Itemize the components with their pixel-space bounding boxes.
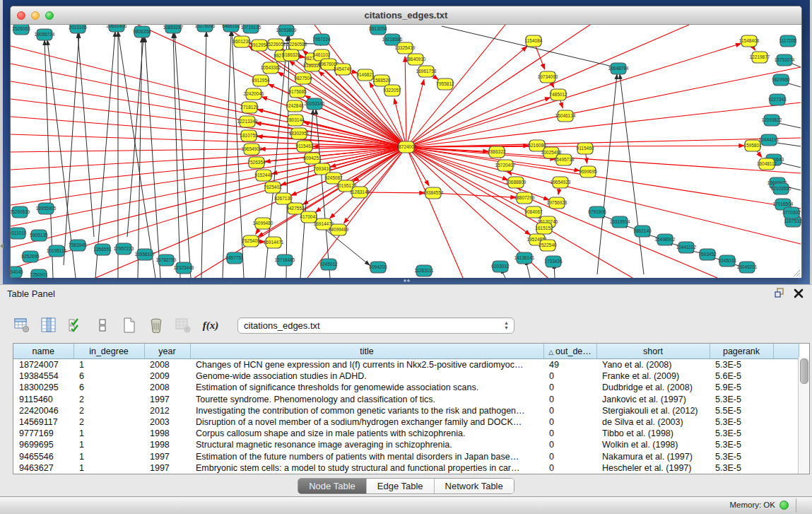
citation-edge-black[interactable]	[597, 74, 617, 274]
citation-edge-red[interactable]	[433, 193, 516, 197]
table-cell[interactable]: 1997	[144, 451, 190, 462]
graph-node-yellow[interactable]: 9146821	[356, 69, 375, 81]
graph-node-yellow[interactable]: 1615152	[535, 223, 553, 234]
network-window[interactable]: citations_edges.txt 25260631905572420131…	[10, 6, 802, 277]
table-cell[interactable]: 1998	[144, 439, 190, 450]
table-cell[interactable]: 1997	[144, 394, 190, 405]
table-cell[interactable]: 9465546	[13, 451, 73, 462]
graph-node-yellow[interactable]: 18724007	[396, 141, 417, 153]
graph-node-yellow[interactable]: 9827504	[294, 73, 312, 84]
graph-node-yellow[interactable]: 19654923	[551, 177, 571, 188]
table-cell[interactable]: 9699695	[13, 439, 73, 450]
graph-node-yellow[interactable]: 19654903	[242, 144, 262, 155]
show-columns-button[interactable]	[40, 316, 58, 334]
table-cell[interactable]: 5.3E-5	[710, 394, 773, 405]
graph-node-teal[interactable]: 6791906	[588, 206, 606, 218]
table-cell[interactable]: Tibbo et al. (1998)	[596, 428, 710, 439]
citation-edge-red[interactable]	[11, 147, 406, 205]
citation-edge-red[interactable]	[406, 147, 801, 244]
column-header-out_de[interactable]: △out_de…	[543, 344, 596, 359]
table-cell[interactable]: Tourette syndrome. Phenomenology and cla…	[190, 394, 543, 405]
window-resize-grip[interactable]	[792, 268, 801, 277]
graph-node-yellow[interactable]: 7886322	[488, 146, 506, 158]
citation-edge-black[interactable]	[78, 33, 94, 237]
table-cell[interactable]: 18300295	[13, 382, 73, 393]
graph-node-teal[interactable]: 7957224	[312, 34, 331, 45]
graph-node-yellow[interactable]: 12219877	[750, 52, 770, 63]
graph-node-yellow[interactable]: 12213343	[237, 116, 258, 127]
graph-node-yellow[interactable]: 11283145	[350, 187, 370, 198]
table-cell[interactable]: 0	[543, 462, 596, 474]
graph-node-yellow[interactable]: 2522540	[539, 240, 557, 251]
graph-node-yellow[interactable]: 15226058	[266, 39, 286, 50]
table-cell[interactable]: 9463627	[13, 462, 73, 474]
graph-node-teal[interactable]: 2013105	[69, 25, 87, 33]
table-cell[interactable]: Estimation of significance thresholds fo…	[190, 382, 543, 393]
select-columns-button[interactable]	[66, 316, 85, 334]
table-cell[interactable]: Yano et al. (2008)	[596, 359, 710, 371]
graph-node-teal[interactable]: 25260639	[11, 206, 30, 218]
citation-edge-red[interactable]	[334, 71, 406, 147]
table-cell[interactable]: 2	[73, 405, 144, 416]
graph-node-teal[interactable]: 16319914	[610, 216, 630, 228]
citation-edge-red[interactable]	[406, 147, 801, 209]
table-row[interactable]: 946362711997Embryonic stem cells: a mode…	[13, 462, 799, 474]
graph-node-yellow[interactable]: 19734093	[538, 71, 558, 83]
graph-node-yellow[interactable]: 8186328	[282, 49, 300, 61]
graph-node-yellow[interactable]: 7485012	[549, 89, 567, 100]
graph-node-teal[interactable]: 15276096	[195, 25, 216, 32]
graph-node-teal[interactable]: 7250901	[30, 269, 48, 278]
citation-edge-red[interactable]	[406, 67, 801, 147]
node-table-grid[interactable]: namein_degreeyeartitle△out_de…shortpager…	[13, 344, 799, 474]
table-cell[interactable]: Nakamura et al. (1997)	[596, 451, 710, 462]
graph-node-teal[interactable]: 9862140	[633, 226, 652, 237]
citation-edge-red[interactable]	[11, 64, 406, 147]
graph-node-yellow[interactable]: 7625409	[242, 235, 260, 247]
graph-node-yellow[interactable]: 15720407	[495, 160, 516, 171]
graph-node-yellow[interactable]: 9322057	[383, 85, 401, 96]
graph-node-teal[interactable]: 6770301	[782, 207, 801, 218]
graph-node-teal[interactable]: 12103550	[771, 183, 792, 194]
table-cell[interactable]: 2008	[144, 359, 190, 371]
graph-node-teal[interactable]: 1117205	[779, 35, 797, 47]
graph-node-teal[interactable]: 15498902	[655, 234, 676, 245]
graph-node-yellow[interactable]: 9152448	[254, 170, 273, 181]
graph-node-teal[interactable]: 7693452	[698, 249, 717, 260]
table-cell[interactable]: 2009	[144, 370, 190, 382]
graph-node-teal[interactable]: 14136141	[514, 252, 535, 264]
citation-network-graph[interactable]: 2526063190557242013105206914069806358108…	[11, 25, 801, 278]
graph-node-yellow[interactable]: 2803144	[286, 115, 305, 126]
table-settings-button[interactable]	[13, 316, 31, 334]
graph-node-teal[interactable]: 5905135	[30, 230, 48, 241]
collapse-panel-arrow-icon[interactable]	[0, 243, 4, 249]
table-cell[interactable]: 0	[543, 439, 596, 450]
table-row[interactable]: 1830029562008Estimation of significance …	[13, 382, 799, 393]
citation-edge-black[interactable]	[201, 32, 206, 278]
graph-node-yellow[interactable]: 7526354	[247, 157, 266, 168]
tab-edge-table[interactable]: Edge Table	[367, 479, 435, 493]
table-cell[interactable]: 5.3E-5	[710, 359, 773, 371]
table-cell[interactable]: 0	[543, 370, 596, 382]
table-cell[interactable]: Wolkin et al. (1998)	[596, 439, 710, 450]
graph-node-teal[interactable]: 2526063	[12, 25, 30, 35]
graph-node-yellow[interactable]: 22260588	[287, 39, 307, 50]
table-row[interactable]: 977716911998Corpus callosum shape and si…	[13, 428, 799, 439]
column-header-short[interactable]: short	[596, 344, 710, 359]
graph-node-teal[interactable]: 6203012	[491, 261, 510, 272]
graph-node-yellow[interactable]: 8454749	[334, 64, 352, 75]
graph-node-teal[interactable]: 12444191	[759, 134, 779, 146]
graph-node-teal[interactable]: 15751074	[775, 54, 795, 66]
table-cell[interactable]: Corpus callosum shape and size in male p…	[190, 428, 543, 439]
graph-node-yellow[interactable]: 9084067	[524, 206, 543, 218]
citation-edge-red[interactable]	[406, 25, 505, 147]
graph-node-teal[interactable]: 12323448	[174, 262, 194, 274]
graph-node-teal[interactable]: 20053346	[305, 98, 325, 110]
table-cell[interactable]: de Silva et al. (2003)	[596, 416, 710, 428]
table-cell[interactable]: 0	[543, 428, 596, 439]
table-cell[interactable]: Dudbridge et al. (2008)	[596, 382, 710, 393]
graph-node-yellow[interactable]: 16046134	[555, 110, 576, 122]
graph-node-yellow[interactable]: 14099489	[329, 224, 349, 235]
table-cell[interactable]: 5.3E-5	[710, 451, 773, 462]
graph-node-teal[interactable]: 17957223	[114, 243, 134, 255]
table-cell[interactable]: 1	[73, 439, 144, 450]
